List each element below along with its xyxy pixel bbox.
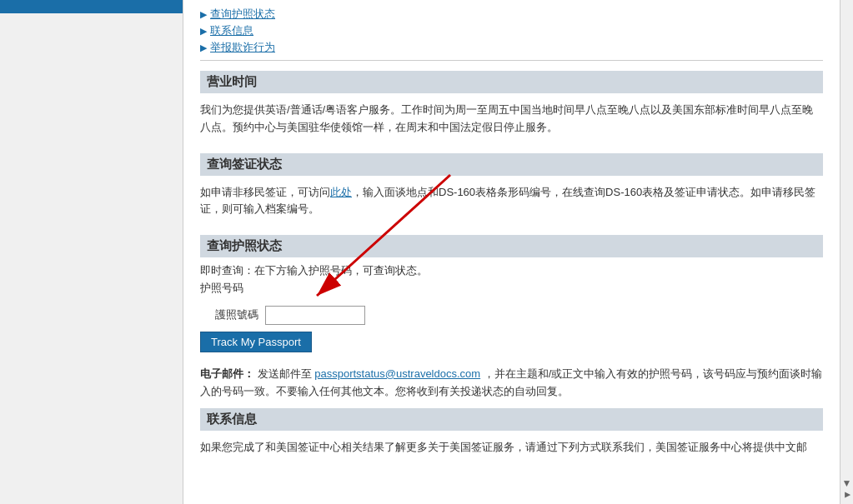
top-link-item-3: ▶ 举报欺诈行为: [200, 40, 823, 55]
top-link-item-2: ▶ 联系信息: [200, 23, 823, 38]
track-desc: 即时查询：在下方输入护照号码，可查询状态。 护照号码: [200, 262, 823, 297]
form-row: 護照號碼: [200, 306, 823, 325]
business-hours-title: 营业时间: [207, 74, 257, 88]
arrow-icon-1: ▶: [200, 9, 207, 20]
content-area: ▶ 查询护照状态 ▶ 联系信息 ▶ 举报欺诈行为 营业时间 我们为您提供英语/普…: [183, 0, 840, 504]
passport-track-header: 查询护照状态: [200, 235, 823, 257]
passport-track-section: 即时查询：在下方输入护照号码，可查询状态。 护照号码 護照號碼 Track My…: [200, 262, 823, 352]
business-hours-text: 我们为您提供英语/普通话/粤语客户服务。工作时间为周一至周五中国当地时间早八点至…: [200, 103, 813, 133]
passport-track-title: 查询护照状态: [207, 238, 282, 252]
main-container: ▶ 查询护照状态 ▶ 联系信息 ▶ 举报欺诈行为 营业时间 我们为您提供英语/普…: [0, 0, 853, 504]
link-fraud[interactable]: 举报欺诈行为: [210, 40, 275, 55]
top-link-item-1: ▶ 查询护照状态: [200, 7, 823, 22]
divider-1: [200, 60, 823, 61]
email-label: 电子邮件：: [200, 367, 254, 380]
arrow-icon-3: ▶: [200, 42, 207, 53]
scroll-arrow-down[interactable]: ▼: [842, 477, 852, 489]
arrow-icon-2: ▶: [200, 26, 207, 37]
contact-content: 如果您完成了和美国签证中心相关结果了解更多关于美国签证服务，请通过下列方式联系我…: [200, 436, 823, 463]
scrollbar[interactable]: ▼ ▼: [840, 0, 853, 504]
track-passport-button[interactable]: Track My Passport: [200, 332, 312, 352]
sidebar-button[interactable]: [0, 0, 183, 13]
visa-status-title: 查询签证状态: [207, 157, 282, 171]
business-hours-content: 我们为您提供英语/普通话/粤语客户服务。工作时间为周一至周五中国当地时间早八点至…: [200, 98, 823, 143]
contact-section-header: 联系信息: [200, 408, 823, 431]
contact-text: 如果您完成了和美国签证中心相关结果了解更多关于美国签证服务，请通过下列方式联系我…: [200, 441, 807, 453]
track-desc2: 护照号码: [200, 282, 243, 294]
visa-status-pre: 如申请非移民签证，可访问: [200, 186, 330, 198]
link-contact[interactable]: 联系信息: [210, 23, 253, 38]
passport-form: 護照號碼 Track My Passport: [200, 306, 823, 352]
visa-status-link[interactable]: 此处: [330, 186, 352, 198]
link-passport-status[interactable]: 查询护照状态: [210, 7, 275, 22]
sidebar: [0, 0, 183, 504]
form-label: 護照號碼: [200, 307, 258, 322]
visa-status-header: 查询签证状态: [200, 153, 823, 176]
scroll-arrow-right[interactable]: ▼: [840, 490, 852, 500]
top-links: ▶ 查询护照状态 ▶ 联系信息 ▶ 举报欺诈行为: [200, 7, 823, 55]
contact-title: 联系信息: [207, 412, 257, 426]
email-section: 电子邮件： 发送邮件至 passportstatus@ustraveldocs.…: [200, 366, 823, 401]
passport-number-input[interactable]: [265, 306, 365, 325]
email-content-pre: 发送邮件至: [258, 367, 312, 380]
track-desc-pre: 即时查询：在下方输入护照号码，可查询状态。: [200, 264, 428, 277]
visa-status-content: 如申请非移民签证，可访问此处，输入面谈地点和DS-160表格条形码编号，在线查询…: [200, 181, 823, 226]
email-link[interactable]: passportstatus@ustraveldocs.com: [314, 367, 480, 380]
business-hours-header: 营业时间: [200, 71, 823, 93]
